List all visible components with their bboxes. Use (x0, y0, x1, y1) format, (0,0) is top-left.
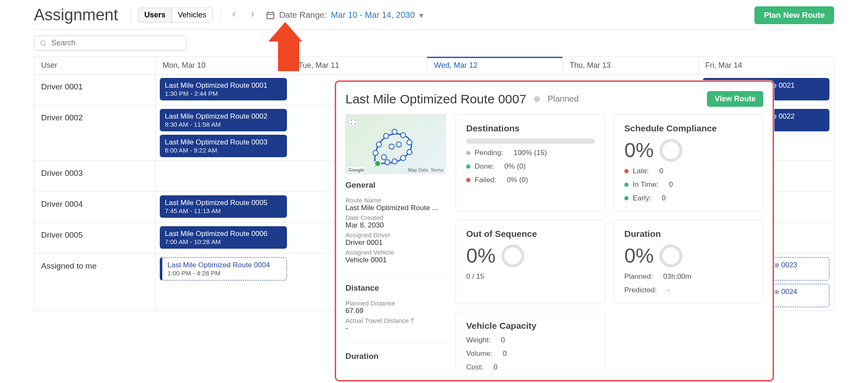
column-day-4[interactable]: Fri, Mar 14 (698, 57, 834, 74)
dot-green-icon (466, 164, 470, 169)
label-assigned-vehicle: Assigned Vehicle (345, 249, 445, 256)
route-time: 7:45 AM - 11:13 AM (165, 207, 282, 214)
calendar-icon (266, 11, 275, 20)
user-cell[interactable]: Driver 0004 (34, 192, 156, 222)
label-pending: Pending: (475, 149, 503, 157)
value-cost: 0 (493, 363, 497, 371)
page-title: Assignment (34, 6, 118, 24)
user-cell[interactable]: Driver 0001 (34, 75, 156, 105)
distance-heading: Distance (345, 283, 445, 293)
route-card[interactable]: Last Mile Optimized Route 0006 7:00 AM -… (160, 226, 287, 249)
value-actual-distance: - (345, 324, 445, 333)
user-cell[interactable]: Assigned to me (34, 254, 156, 311)
divider (220, 8, 221, 22)
value-predicted-duration: - (667, 286, 670, 294)
day-lane: Last Mile Optimized Route 0004 1:00 PM -… (156, 254, 291, 311)
route-card[interactable]: Last Mile Optimized Route 0002 8:30 AM -… (160, 109, 287, 131)
duration-heading: Duration (345, 352, 445, 361)
date-range-value: Mar 10 - Mar 14, 2030 (331, 10, 415, 20)
route-time: 1:30 PM - 2:44 PM (165, 90, 282, 97)
card-title: Vehicle Capacity (466, 321, 595, 331)
label-cost: Cost: (466, 363, 483, 371)
next-week-button[interactable] (247, 9, 258, 21)
view-route-button[interactable]: View Route (707, 91, 763, 107)
route-card[interactable]: Last Mile Optimized Route 0003 6:00 AM -… (160, 135, 287, 157)
dot-green-icon (624, 196, 629, 200)
svg-point-12 (407, 140, 412, 145)
divider (345, 343, 445, 343)
column-day-0[interactable]: Mon, Mar 10 (156, 57, 291, 74)
svg-point-20 (375, 161, 381, 167)
dot-grey-icon (466, 151, 470, 155)
status-dot-icon (534, 96, 540, 102)
card-schedule-compliance: Schedule Compliance 0% Late: 0 In Time: … (614, 114, 763, 211)
value-volume: 0 (503, 350, 506, 358)
route-name: Last Mile Optimized Route 0006 (165, 230, 282, 238)
duration-pct: 0% (624, 244, 654, 267)
value-assigned-vehicle: Vehicle 0001 (345, 256, 445, 264)
label-date-created: Date Created (345, 214, 445, 221)
label-planned-duration: Planned: (624, 272, 653, 281)
day-lane: Last Mile Optimized Route 0001 1:30 PM -… (156, 75, 291, 105)
map-terms-link[interactable]: Terms (431, 167, 443, 172)
column-day-2[interactable]: Wed, Mar 12 (427, 57, 562, 74)
value-late: 0 (659, 167, 663, 175)
date-range-label: Date Range: (279, 10, 327, 20)
search-input[interactable] (51, 39, 181, 47)
card-duration: Duration 0% Planned: 03h:00m Predicted: … (614, 220, 763, 303)
day-lane: Last Mile Optimized Route 0005 7:45 AM -… (156, 192, 291, 222)
tab-vehicles[interactable]: Vehicles (172, 8, 212, 22)
map-route-svg (346, 115, 447, 174)
svg-point-15 (392, 159, 397, 164)
route-time: 8:30 AM - 11:58 AM (165, 121, 282, 128)
date-range-picker[interactable]: Date Range: Mar 10 - Mar 14, 2030 ▾ (266, 10, 423, 20)
route-map[interactable]: ⛶ Google Map Dat (345, 114, 445, 174)
user-cell[interactable]: Driver 0003 (34, 161, 156, 192)
grid-header: User Mon, Mar 10 Tue, Mar 11 Wed, Mar 12… (34, 57, 834, 75)
progress-ring-icon (659, 139, 682, 162)
svg-point-10 (392, 129, 397, 134)
value-route-name: Last Mile Optimized Route ... (345, 204, 445, 212)
route-card[interactable]: Last Mile Optimized Route 0001 1:30 PM -… (160, 78, 287, 100)
route-card-dashed[interactable]: Last Mile Optimized Route 0004 1:00 PM -… (160, 257, 287, 280)
card-vehicle-capacity: Vehicle Capacity Weight: 0 Volume: 0 Cos… (456, 312, 605, 371)
detail-title: Last Mile Optimized Route 0007 (345, 92, 526, 106)
svg-rect-0 (267, 12, 274, 19)
card-title: Out of Sequence (466, 229, 595, 239)
svg-point-16 (385, 160, 390, 165)
column-day-3[interactable]: Thu, Mar 13 (562, 57, 698, 74)
tab-users[interactable]: Users (139, 8, 172, 22)
card-title: Destinations (466, 123, 595, 133)
svg-point-17 (389, 144, 394, 149)
label-early: Early: (633, 194, 651, 203)
status-text: Planned (548, 94, 579, 104)
card-out-of-sequence: Out of Sequence 0% 0 / 15 (456, 220, 605, 303)
view-toggle: Users Vehicles (138, 8, 213, 22)
progress-ring-icon (501, 244, 524, 267)
divider (345, 275, 445, 275)
svg-point-7 (373, 150, 378, 155)
chevron-right-icon (249, 11, 256, 18)
user-cell[interactable]: Driver 0002 (34, 105, 156, 161)
toolbar (34, 30, 834, 56)
user-cell[interactable]: Driver 0005 (34, 223, 156, 253)
search-box[interactable] (34, 36, 186, 50)
label-planned-distance: Planned Distance (345, 300, 445, 307)
card-title: Schedule Compliance (624, 123, 753, 133)
map-attribution: Google (348, 167, 365, 172)
dot-green-icon (624, 183, 629, 187)
map-data-link[interactable]: Map Data (408, 167, 428, 172)
prev-week-button[interactable] (228, 9, 239, 21)
plan-new-route-button[interactable]: Plan New Route (754, 6, 834, 24)
route-time: 6:00 AM - 9:22 AM (165, 147, 282, 154)
column-day-1[interactable]: Tue, Mar 11 (291, 57, 427, 74)
route-name: Last Mile Optimized Route 0003 (165, 138, 282, 147)
svg-point-9 (384, 133, 389, 139)
route-card[interactable]: Last Mile Optimized Route 0005 7:45 AM -… (160, 195, 287, 218)
card-title: Duration (624, 229, 753, 239)
detail-left-column: ⛶ Google Map Dat (345, 114, 447, 371)
label-weight: Weight: (466, 336, 490, 344)
label-late: Late: (633, 167, 649, 175)
value-weight: 0 (501, 336, 505, 344)
label-predicted-duration: Predicted: (624, 286, 657, 294)
